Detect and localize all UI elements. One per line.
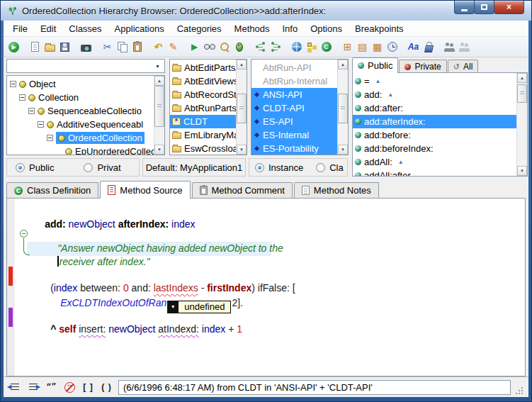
scroll-up-icon[interactable]: ▲ xyxy=(338,60,348,69)
format-icon[interactable] xyxy=(421,39,436,55)
run-app-icon[interactable]: ▶ xyxy=(6,39,21,55)
font-icon[interactable]: Aa xyxy=(406,39,421,55)
methods-scrollbar[interactable]: ▲ ▼ xyxy=(516,73,527,176)
methods-pane[interactable]: =▲ add:▲ add:after: add:afterIndex: add:… xyxy=(352,72,528,177)
browse-icon[interactable] xyxy=(202,39,217,55)
method-item[interactable]: =▲ xyxy=(353,74,527,88)
time-icon[interactable] xyxy=(385,39,400,55)
minimize-button[interactable] xyxy=(454,1,475,14)
menu-methods[interactable]: Methods xyxy=(228,21,276,36)
class-definition-icon[interactable]: C xyxy=(319,39,334,55)
senders-icon[interactable] xyxy=(253,39,268,55)
method-item[interactable]: addAll:▲ xyxy=(353,155,527,169)
menu-edit[interactable]: Edit xyxy=(34,21,62,36)
class-hierarchy-pane[interactable]: Object Collection SequenceableCollectio … xyxy=(6,75,165,155)
parens-icon[interactable]: ( ) xyxy=(100,381,113,393)
resize-grip[interactable] xyxy=(516,387,524,396)
method-item[interactable]: add:beforeIndex: xyxy=(353,142,527,155)
list-item-disabled[interactable]: AbtRun-API xyxy=(251,61,348,74)
scrollbar-thumb[interactable] xyxy=(154,86,164,127)
groups-icon[interactable] xyxy=(457,39,472,55)
collapse-icon[interactable] xyxy=(10,81,16,87)
save-icon[interactable] xyxy=(57,39,72,55)
error-marker[interactable] xyxy=(9,267,13,286)
open-icon[interactable] xyxy=(43,39,57,55)
categories-pane[interactable]: AbtRun-API AbtRun-Internal ANSI-API CLDT… xyxy=(251,59,349,155)
tree-item[interactable]: Object xyxy=(7,77,164,91)
scroll-down-icon[interactable]: ▼ xyxy=(517,166,527,176)
list-item[interactable]: AbtEditPartsApp xyxy=(170,61,247,74)
indent-icon[interactable]: ▶ xyxy=(26,381,40,393)
chevron-down-icon[interactable]: ▼ xyxy=(155,64,160,69)
copy-icon[interactable] xyxy=(115,39,130,55)
tree-item[interactable]: EpUnorderedCollec xyxy=(7,145,164,155)
list-item[interactable]: EmLibraryMarshalle xyxy=(170,128,247,142)
list-item[interactable]: AbtEditViewsApp xyxy=(170,74,247,88)
cut-icon[interactable]: ✂ xyxy=(100,39,115,55)
debug-icon[interactable] xyxy=(232,39,247,55)
applications-pane[interactable]: AbtEditPartsApp AbtEditViewsApp AbtRecor… xyxy=(169,59,247,155)
run-icon[interactable]: ▶ xyxy=(187,39,202,55)
method-item[interactable]: addAll:after xyxy=(353,169,527,177)
tab-private[interactable]: Private xyxy=(399,60,446,73)
list-item[interactable]: AbtRecordStructure xyxy=(170,88,247,101)
scroll-down-icon[interactable]: ▼ xyxy=(237,145,247,155)
public-radio[interactable]: Public xyxy=(16,162,54,173)
tab-method-source[interactable]: Method Source xyxy=(100,181,190,199)
list-item-selected[interactable]: ES-Internal xyxy=(251,128,348,142)
grid-icon[interactable]: ▦ xyxy=(370,39,385,55)
inheritance-icon[interactable] xyxy=(268,39,283,55)
menu-categories[interactable]: Categories xyxy=(171,21,228,36)
scroll-up-icon[interactable]: ▲ xyxy=(517,73,527,83)
close-button[interactable]: × xyxy=(494,1,524,14)
applications-scrollbar[interactable]: ▲ ▼ xyxy=(236,60,247,155)
tree-item[interactable]: SequenceableCollectio xyxy=(7,104,164,118)
method-item[interactable]: add:after: xyxy=(353,101,527,115)
web-icon[interactable] xyxy=(289,39,304,55)
tree-item-selected[interactable]: OrderedCollection xyxy=(7,131,164,145)
scrollbar-thumb[interactable] xyxy=(237,94,247,123)
scroll-down-icon[interactable]: ▼ xyxy=(154,145,164,155)
undo-icon[interactable]: ↶ xyxy=(151,39,166,55)
search-icon[interactable] xyxy=(217,39,232,55)
list-item-selected[interactable]: *CLDT xyxy=(170,115,247,128)
add-part-icon[interactable]: ⊞ xyxy=(340,39,355,55)
collapse-icon[interactable] xyxy=(19,94,26,101)
categories-scrollbar[interactable]: ▲ ▼ xyxy=(337,60,348,155)
tab-public[interactable]: Public xyxy=(352,57,398,73)
menu-applications[interactable]: Applications xyxy=(108,21,171,36)
list-item-selected[interactable]: ES-Portability xyxy=(251,142,348,155)
remove-quotes-icon[interactable]: “” xyxy=(63,381,77,393)
pen-icon[interactable]: ✎ xyxy=(166,39,181,55)
menu-options[interactable]: Options xyxy=(304,21,349,36)
scrollbar-thumb[interactable] xyxy=(517,84,527,103)
menu-info[interactable]: Info xyxy=(276,21,304,36)
method-source-editor[interactable]: add: newObject afterIndex: index "Answer… xyxy=(6,198,526,376)
scroll-down-icon[interactable]: ▼ xyxy=(338,145,348,155)
list-item-selected[interactable]: ANSI-API xyxy=(251,88,348,101)
menu-classes[interactable]: Classes xyxy=(62,21,108,36)
layout-icon[interactable]: ▤ xyxy=(355,39,370,55)
list-item-selected[interactable]: ES-API xyxy=(251,115,348,128)
tab-class-definition[interactable]: CClass Definition xyxy=(6,182,98,198)
method-item[interactable]: add:▲ xyxy=(353,88,527,101)
paste-icon[interactable] xyxy=(130,39,145,55)
list-item-disabled[interactable]: AbtRun-Internal xyxy=(251,74,348,88)
scroll-up-icon[interactable]: ▲ xyxy=(237,60,247,69)
tab-method-comment[interactable]: Method Comment xyxy=(192,182,293,198)
maximize-button[interactable] xyxy=(474,1,494,14)
instance-radio[interactable]: Instance xyxy=(255,162,303,173)
add-quotes-icon[interactable]: “” xyxy=(45,381,58,393)
collapse-icon[interactable] xyxy=(38,121,44,128)
users-icon[interactable] xyxy=(442,39,457,55)
private-radio[interactable]: Privat xyxy=(84,162,120,173)
class-radio[interactable]: Cla xyxy=(316,162,344,173)
scrollbar-thumb[interactable] xyxy=(338,94,348,123)
scroll-up-icon[interactable]: ▲ xyxy=(154,76,164,86)
tree-item[interactable]: Collection xyxy=(7,91,164,104)
ownership-icon[interactable] xyxy=(304,39,319,55)
method-item[interactable]: add:before: xyxy=(353,128,527,142)
screenshot-icon[interactable] xyxy=(79,39,94,55)
tree-item[interactable]: AdditiveSequenceabl xyxy=(7,118,164,131)
outdent-icon[interactable]: ◀ xyxy=(8,381,21,393)
